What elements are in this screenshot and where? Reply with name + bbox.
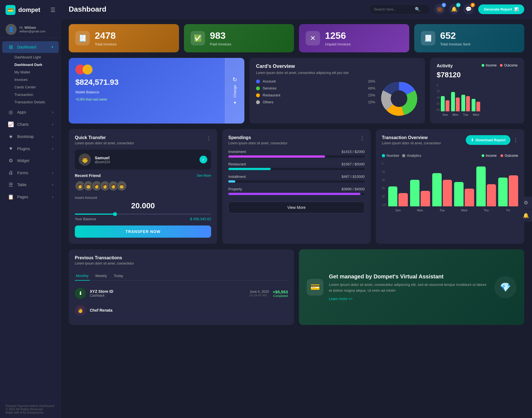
sidebar-item-apps[interactable]: ◎ Apps › [2, 106, 59, 118]
big-bar-labels: Sun Mon Tue Wed Thu Fri [388, 209, 518, 212]
settings-fixed-button[interactable]: ⚙ [520, 197, 532, 209]
sidebar-item-bootstrap[interactable]: ★ Bootstrap › [2, 131, 59, 142]
tab-weekly[interactable]: Weekly [94, 271, 108, 281]
bar-labels: Sun Mon Tue Wed [441, 113, 518, 116]
see-more-link[interactable]: See More [197, 174, 211, 178]
sidebar-sub-invoices[interactable]: Invoices [14, 76, 61, 83]
download-report-button[interactable]: ⬇ Download Report [466, 135, 510, 145]
outcome-bar [465, 189, 474, 206]
friend-avatar-6[interactable]: 👨 [116, 181, 127, 191]
chat-button[interactable]: 💬 8 [463, 4, 474, 14]
sidebar-item-label: Bootstrap [17, 134, 34, 139]
sidebar-sub-transaction-details[interactable]: Transaction Details [14, 98, 61, 106]
footer-line3: Made with ♥ by DesignZone [6, 411, 55, 414]
transfer-user-info: Samuel @sum224 [95, 155, 110, 164]
spending-bar-track [228, 168, 365, 170]
trans-info-2: Chef Renata [90, 308, 288, 312]
topbar: Dashboard 🔍 💼 2 🔔 12 💬 8 Generate Report… [61, 0, 532, 19]
total-sent-icon: 🧾 [421, 31, 435, 45]
va-learn-more-link[interactable]: Learn more >> [329, 297, 489, 301]
activity-title: Activity [437, 63, 453, 68]
sidebar-item-plugins[interactable]: ♥ Plugins › [2, 143, 59, 154]
trans-info: XYZ Store ID Cashback [90, 289, 246, 298]
trans-amount: +$5,553 [273, 289, 288, 294]
forms-icon: 🖨 [8, 170, 14, 176]
mc-circle-right [83, 65, 93, 75]
slider-track [75, 214, 211, 215]
balance-value: $ 456,345.62 [190, 217, 211, 221]
sidebar-sub-cards-center[interactable]: Cards Center [14, 83, 61, 91]
sidebar-item-forms[interactable]: 🖨 Forms › [2, 167, 59, 178]
download-icon: ⬇ [471, 138, 474, 142]
change-button[interactable]: ↻ Change ▾ [225, 58, 244, 124]
view-more-button[interactable]: View More [228, 202, 365, 213]
card-overview-title: Card's Overview [256, 63, 418, 69]
sidebar-navigation: ⊞ Dashboard ▾ Dashboard Light Dashboard … [0, 38, 61, 400]
trans-dots-menu[interactable]: ⋮ [513, 137, 518, 143]
spendings-dots-menu[interactable]: ⋮ [360, 135, 365, 141]
sidebar-item-widget[interactable]: ⚙ Widget [2, 155, 59, 166]
bar-group-sun [388, 186, 408, 206]
va-content: Get managed by Dompet's Virtual Assistan… [329, 273, 489, 301]
mastercard-logo [75, 65, 238, 75]
sidebar-item-dashboard[interactable]: ⊞ Dashboard ▾ [2, 41, 59, 53]
sidebar-sub-dashboard-light[interactable]: Dashboard Light [14, 53, 61, 61]
bell-button[interactable]: 🔔 12 [449, 4, 459, 14]
trans-date-area: June 4, 2020 05:34:45 AM [250, 290, 269, 297]
wallet-label: Wallet Balance [75, 90, 238, 94]
notification-fixed-button[interactable]: 🔔 [520, 209, 532, 222]
hamburger-button[interactable]: ☰ [50, 7, 55, 13]
stat-card-unpaid-invoices: ✕ 1256 Unpaid Invoices [299, 24, 409, 52]
label-wed: Wed [472, 113, 480, 116]
spending-restaurant: Restaurant $1567 / $5000 [228, 162, 365, 170]
transfer-user-card: 👨 Samuel @sum224 ✓ [75, 150, 211, 170]
generate-btn-label: Generate Report [484, 7, 512, 11]
sidebar: 💳 dompet ☰ 👤 Hi, William william@gmail.c… [0, 0, 61, 418]
sidebar-sub-my-wallet[interactable]: My Wallet [14, 68, 61, 76]
sidebar-item-charts[interactable]: 📈 Charts › [2, 119, 59, 130]
dots-menu-button[interactable]: ⋮ [206, 135, 211, 141]
transfer-user-handle: @sum224 [95, 160, 110, 164]
generate-report-button[interactable]: Generate Report 📊 [478, 4, 524, 14]
sidebar-sub-transaction[interactable]: Transaction [14, 91, 61, 98]
restaurant-dot [256, 93, 260, 97]
change-btn-label: Change [233, 85, 237, 98]
sidebar-item-pages[interactable]: 📋 Pages › [2, 191, 59, 203]
outcome-legend: Outcome [500, 63, 518, 67]
pie-chart [380, 79, 418, 118]
sidebar-item-label: Pages [17, 195, 28, 199]
chevron-right-icon: › [52, 195, 53, 199]
spendings-card: Spendings Lorem ipsum dolor sit amet, co… [222, 129, 371, 244]
label-thu: Thu [476, 209, 496, 212]
chevron-right-icon: › [52, 122, 53, 126]
middle-row: $824,571.93 Wallet Balance +0,8% than la… [69, 58, 524, 124]
amount-slider[interactable] [75, 214, 211, 215]
search-bar: 🔍 [369, 4, 430, 14]
total-invoices-label: Total Invoices [95, 42, 117, 46]
search-input[interactable] [374, 7, 413, 11]
bell-badge: 12 [456, 3, 461, 7]
spending-investment: Investment $1415 / $2000 [228, 150, 365, 158]
sidebar-item-table[interactable]: ☰ Table › [2, 179, 59, 191]
bar-group-tue [432, 173, 452, 206]
right-fixed-buttons: ⚙ 🔔 [520, 197, 532, 222]
sidebar-sub-dashboard-dark[interactable]: Dashboard Dark [14, 61, 61, 68]
income-bar [441, 96, 445, 111]
chevron-right-icon: › [52, 171, 53, 175]
tab-monthly[interactable]: Monthly [75, 271, 90, 281]
tab-today[interactable]: Today [112, 271, 124, 281]
chat-badge: 8 [470, 3, 475, 7]
va-title: Get managed by Dompet's Virtual Assistan… [329, 273, 489, 280]
paid-invoices-number: 983 [210, 30, 231, 41]
legend-account: Account 20% [256, 79, 375, 83]
briefcase-button[interactable]: 💼 2 [434, 4, 445, 14]
transaction-y-axis: 100 80 60 40 20 0 [382, 162, 388, 206]
stat-card-total-sent: 🧾 652 Total Invoices Sent [414, 24, 525, 52]
page-title: Dashboard [69, 5, 106, 14]
transfer-now-button[interactable]: TRANSFER NOW [75, 225, 211, 238]
wallet-card: $824,571.93 Wallet Balance +0,8% than la… [69, 58, 244, 124]
others-dot [256, 100, 260, 104]
user-profile: 👤 Hi, William william@gmail.com [0, 20, 61, 38]
avatar: 👤 [6, 24, 17, 35]
trans-person-icon: 👩 [75, 305, 86, 316]
